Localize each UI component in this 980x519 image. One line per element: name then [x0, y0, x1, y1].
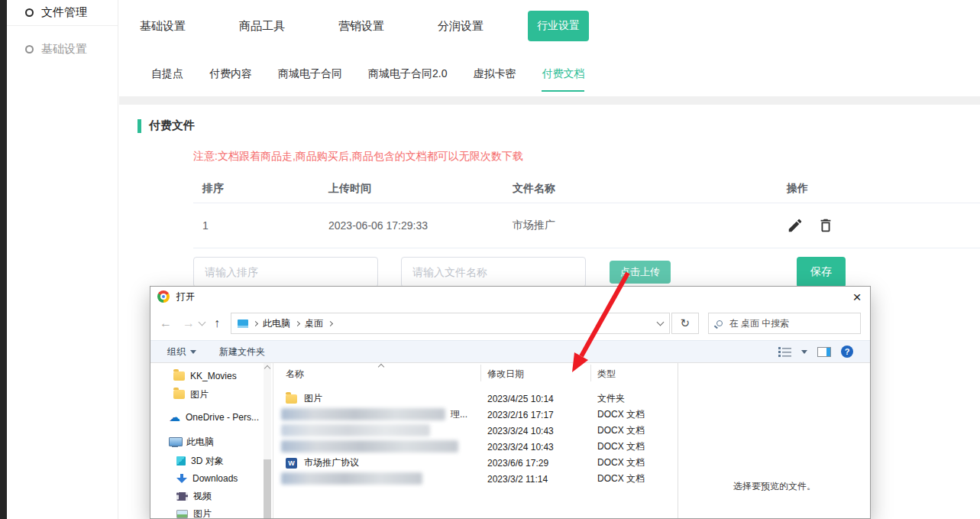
preview-hint: 选择要预览的文件。 — [733, 480, 816, 493]
primary-tabs: 基础设置 商品工具 营销设置 分润设置 行业设置 — [119, 0, 980, 52]
delete-icon[interactable] — [817, 217, 834, 234]
help-icon[interactable]: ? — [841, 345, 853, 358]
tab-paid-content[interactable]: 付费内容 — [209, 67, 252, 81]
file-row-redacted[interactable]: 2023/3/24 10:43 DOCX 文档 — [273, 423, 678, 439]
sidebar-item-basic-settings[interactable]: 基础设置 — [7, 36, 118, 62]
video-icon — [176, 492, 188, 501]
col-upload-time: 上传时间 — [319, 182, 503, 196]
tree-label: 此电脑 — [186, 436, 214, 449]
address-bar[interactable]: 此电脑 桌面 — [231, 313, 670, 334]
file-row-pictures[interactable]: 图片 2023/4/25 10:14 文件夹 — [273, 391, 678, 407]
file-row-market-promo[interactable]: W 市场推广协议 2023/6/6 17:29 DOCX 文档 — [273, 455, 678, 471]
sidebar-item-file-management[interactable]: 文件管理 — [7, 0, 118, 26]
page: 文件管理 基础设置 基础设置 商品工具 营销设置 分润设置 行业设置 自提点 付… — [0, 0, 980, 519]
breadcrumb-chevron-icon — [253, 321, 258, 326]
file-name: 图片 — [304, 392, 322, 405]
file-date: 2023/2/16 17:17 — [487, 410, 554, 420]
tab-mall-econtract-2[interactable]: 商城电子合同2.0 — [368, 67, 447, 81]
edit-icon[interactable] — [787, 217, 804, 234]
file-name: 市场推广协议 — [304, 456, 359, 469]
files-table: 排序 上传时间 文件名称 操作 1 2023-06-06 17:29:33 市场… — [193, 174, 980, 248]
secondary-tabs: 自提点 付费内容 商城电子合同 商城电子合同2.0 虚拟卡密 付费文档 — [119, 52, 980, 96]
back-icon[interactable]: ← — [160, 316, 172, 330]
redacted-file-name — [281, 472, 422, 485]
sort-input[interactable] — [193, 257, 378, 287]
window-edge — [0, 0, 7, 519]
save-button[interactable]: 保存 — [797, 257, 846, 287]
file-type: DOCX 文档 — [597, 424, 645, 437]
header-name[interactable]: 名称 — [286, 363, 304, 383]
header-type[interactable]: 类型 — [597, 363, 616, 383]
dialog-command-bar: 组织 新建文件夹 ? — [150, 340, 870, 363]
tree-label: OneDrive - Pers... — [186, 412, 259, 423]
picture-icon — [176, 510, 188, 518]
tab-pickup-point[interactable]: 自提点 — [151, 67, 183, 81]
dialog-navbar: ← → ↑ 此电脑 桌面 ↻ 在 桌面 中搜索 — [150, 307, 870, 340]
tab-industry-settings-button[interactable]: 行业设置 — [528, 11, 589, 41]
tree-label: KK_Movies — [190, 371, 237, 381]
tab-basic-settings[interactable]: 基础设置 — [140, 19, 186, 34]
preview-pane-icon[interactable] — [817, 347, 831, 357]
list-view-icon[interactable] — [778, 346, 791, 357]
tree-item-onedrive[interactable]: ☁ OneDrive - Pers... — [169, 409, 259, 426]
refresh-button[interactable]: ↻ — [671, 313, 699, 334]
file-type: 文件夹 — [597, 392, 625, 405]
computer-icon — [169, 437, 181, 447]
table-header-row: 排序 上传时间 文件名称 操作 — [193, 174, 980, 203]
tree-scrollbar[interactable] — [264, 363, 271, 518]
col-file-name: 文件名称 — [503, 182, 778, 196]
tree-item-pictures[interactable]: 图片 — [176, 505, 212, 519]
chrome-icon — [157, 290, 170, 303]
tree-item-pictures-folder[interactable]: 图片 — [173, 386, 209, 403]
tree-item-this-pc[interactable]: 此电脑 — [169, 433, 214, 450]
table-row: 1 2023-06-06 17:29:33 市场推广 — [193, 203, 980, 248]
file-row-redacted[interactable]: 2023/3/2 11:14 DOCX 文档 — [273, 471, 678, 487]
tab-profit-settings[interactable]: 分润设置 — [438, 19, 484, 34]
folder-icon — [173, 371, 185, 381]
search-placeholder: 在 桌面 中搜索 — [729, 317, 790, 330]
dialog-titlebar[interactable]: 打开 × — [150, 287, 870, 307]
tab-marketing-settings[interactable]: 营销设置 — [338, 19, 384, 34]
header-date[interactable]: 修改日期 — [487, 363, 524, 383]
sidebar-item-label: 基础设置 — [41, 42, 87, 57]
new-folder-button[interactable]: 新建文件夹 — [219, 345, 265, 358]
tab-product-tools[interactable]: 商品工具 — [239, 19, 285, 34]
tree-item-kk-movies[interactable]: KK_Movies — [173, 368, 237, 384]
view-dropdown-icon[interactable] — [801, 350, 807, 354]
breadcrumb-this-pc[interactable]: 此电脑 — [263, 317, 290, 330]
download-arrow-icon — [176, 473, 187, 484]
tab-paid-docs[interactable]: 付费文档 — [542, 67, 584, 92]
history-chevron-icon[interactable] — [199, 318, 206, 326]
scroll-up-icon[interactable] — [264, 365, 270, 371]
file-name-input[interactable] — [401, 257, 586, 287]
green-title-bar — [137, 119, 141, 133]
redacted-file-name — [281, 424, 430, 436]
file-date: 2023/3/2 11:14 — [487, 474, 548, 485]
search-icon — [716, 320, 723, 326]
file-open-dialog: 打开 × ← → ↑ 此电脑 桌面 ↻ 在 桌面 中搜索 — [150, 286, 871, 519]
file-row-redacted[interactable]: 2023/3/24 10:43 DOCX 文档 — [273, 439, 678, 455]
upload-button[interactable]: 点击上传 — [610, 261, 671, 284]
file-type: DOCX 文档 — [597, 408, 645, 421]
tree-item-downloads[interactable]: Downloads — [176, 470, 238, 487]
section-divider — [119, 96, 980, 105]
organize-menu[interactable]: 组织 — [167, 345, 196, 358]
close-icon[interactable]: × — [844, 287, 870, 307]
scrollbar-thumb[interactable] — [264, 459, 271, 518]
tab-mall-econtract[interactable]: 商城电子合同 — [278, 67, 342, 81]
folder-icon — [173, 390, 185, 399]
file-row-redacted[interactable]: 理... 2023/2/16 17:17 DOCX 文档 — [273, 407, 678, 423]
tab-virtual-card[interactable]: 虚拟卡密 — [473, 67, 516, 81]
up-icon[interactable]: ↑ — [214, 316, 220, 330]
file-type: DOCX 文档 — [597, 472, 645, 485]
tree-item-3d-objects[interactable]: 3D 对象 — [176, 453, 224, 469]
column-divider — [480, 365, 481, 381]
word-doc-icon: W — [286, 458, 297, 469]
search-box[interactable]: 在 桌面 中搜索 — [708, 313, 861, 334]
dialog-title: 打开 — [176, 290, 195, 303]
breadcrumb-chevron-icon — [295, 321, 300, 326]
tree-item-videos[interactable]: 视频 — [176, 488, 212, 504]
address-dropdown-icon[interactable] — [656, 319, 664, 326]
breadcrumb-desktop[interactable]: 桌面 — [305, 317, 323, 330]
forward-icon[interactable]: → — [183, 316, 195, 330]
